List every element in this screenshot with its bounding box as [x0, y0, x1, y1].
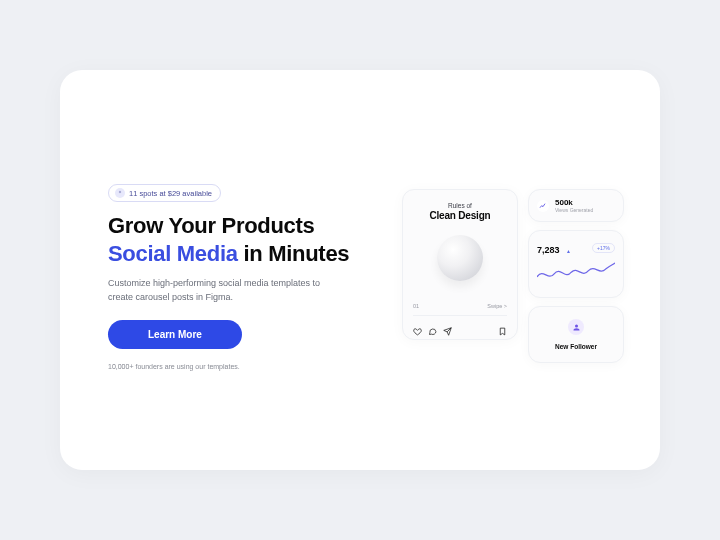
badge-text: 11 spots at $29 available	[129, 189, 212, 198]
spark-icon	[115, 188, 125, 198]
user-icon	[568, 319, 584, 335]
sparkline-chart	[537, 261, 615, 285]
social-post-preview: Rules of Clean Design 01 Swipe >	[402, 189, 518, 340]
sphere-graphic	[437, 235, 483, 281]
page-title: Grow Your Products Social Media in Minut…	[108, 212, 382, 267]
metric-tile: 7,283 ▲ +17%	[528, 230, 624, 298]
comment-icon[interactable]	[428, 322, 437, 331]
send-icon[interactable]	[443, 322, 452, 331]
metric-delta: +17%	[592, 243, 615, 253]
learn-more-button[interactable]: Learn More	[108, 320, 242, 349]
subheading: Customize high-performing social media t…	[108, 277, 338, 304]
trend-icon	[537, 200, 549, 212]
availability-badge: 11 spots at $29 available	[108, 184, 221, 202]
views-label: Views Generated	[555, 207, 593, 213]
headline-tail: in Minutes	[238, 241, 350, 266]
bookmark-icon[interactable]	[498, 322, 507, 331]
headline-line1: Grow Your Products	[108, 213, 314, 238]
social-proof-text: 10,000+ founders are using our templates…	[108, 363, 382, 370]
heart-icon[interactable]	[413, 322, 422, 331]
views-value: 500k	[555, 198, 593, 207]
headline-accent: Social Media	[108, 241, 238, 266]
metric-value: 7,283	[537, 245, 560, 255]
post-kicker: Rules of	[413, 202, 507, 209]
post-page-number: 01	[413, 303, 419, 309]
post-title: Clean Design	[413, 210, 507, 221]
hero-right-column: Rules of Clean Design 01 Swipe >	[402, 189, 624, 363]
post-meta-row: 01 Swipe >	[413, 303, 507, 309]
arrow-up-icon: ▲	[566, 248, 571, 254]
follower-label: New Follower	[555, 343, 597, 350]
views-tile: 500k Views Generated	[528, 189, 624, 222]
post-swipe-hint: Swipe >	[487, 303, 507, 309]
hero-left-column: 11 spots at $29 available Grow Your Prod…	[108, 182, 402, 370]
post-action-bar	[413, 315, 507, 331]
follower-tile: New Follower	[528, 306, 624, 363]
stats-column: 500k Views Generated 7,283 ▲ +17%	[528, 189, 624, 363]
hero-card: 11 spots at $29 available Grow Your Prod…	[60, 70, 660, 470]
